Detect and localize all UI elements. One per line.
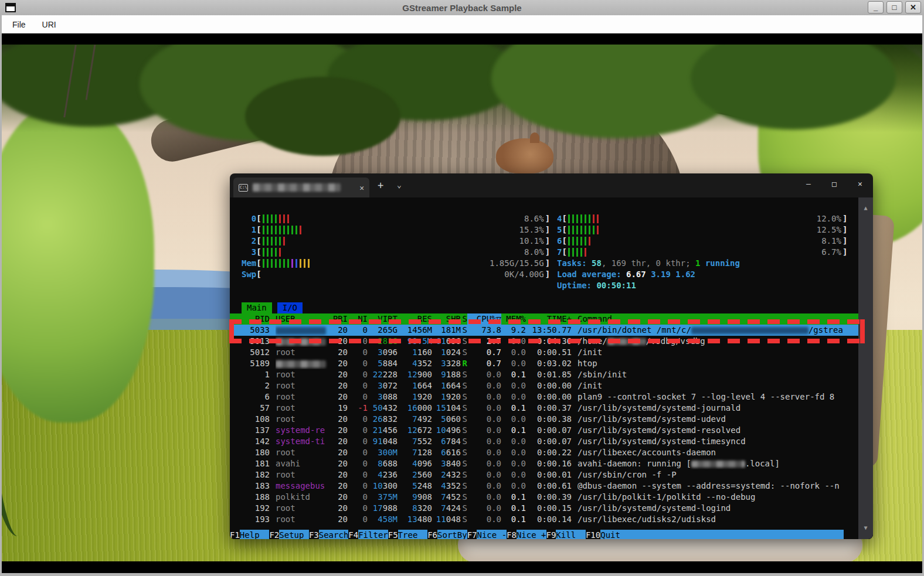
menu-file[interactable]: File xyxy=(12,20,26,29)
meter-value: 12.0% xyxy=(817,213,841,224)
scrollbar-up-icon[interactable]: ▲ xyxy=(858,202,873,213)
text-segment: 20 xyxy=(338,459,348,468)
cell: root xyxy=(276,380,328,391)
process-row[interactable]: 6root200308819201920S0.00.00:00.00plan9 … xyxy=(230,391,858,403)
redacted-text xyxy=(691,461,745,468)
cell: 1024 xyxy=(432,347,461,358)
text-segment: 0.0 xyxy=(487,381,501,390)
process-row[interactable]: 181avahi200868840963840S0.00.00:00.16ava… xyxy=(230,458,858,469)
text-segment: 0:01.85 xyxy=(537,370,572,379)
cell: 0 xyxy=(348,347,368,358)
text-segment: 328 xyxy=(446,359,461,368)
fkey-label-search[interactable]: Search xyxy=(319,530,349,539)
cpu-meter: 5[12.5%] xyxy=(557,224,847,236)
fkey-f1[interactable]: F1 xyxy=(230,530,240,539)
htop-tab-main[interactable]: Main xyxy=(242,302,272,313)
fkey-f9[interactable]: F9 xyxy=(546,530,556,539)
cell: 8320 xyxy=(398,503,432,514)
text-segment: root xyxy=(276,392,295,401)
terminal-minimize-button[interactable]: — xyxy=(796,173,821,193)
process-row[interactable]: 137systemd-re200214561267210496S0.00.10:… xyxy=(230,425,858,436)
text-segment: 0 xyxy=(363,503,368,513)
fkey-label-filter[interactable]: Filter xyxy=(358,530,388,539)
cell: 0.0 xyxy=(467,458,501,469)
fkey-label-setup[interactable]: Setup xyxy=(279,530,309,539)
menu-uri[interactable]: URI xyxy=(42,20,56,29)
meter-tick xyxy=(568,237,570,246)
process-row[interactable]: 188polkitd200375M99087452S0.00.10:00.39/… xyxy=(230,492,858,503)
fkey-label-kill[interactable]: Kill xyxy=(556,530,586,539)
fkey-label-help[interactable]: Help xyxy=(240,530,270,539)
text-segment: 4 xyxy=(412,459,417,468)
fkey-label-tree[interactable]: Tree xyxy=(398,530,428,539)
redacted-user xyxy=(276,360,326,368)
terminal-tab[interactable]: C:\ ✕ xyxy=(233,178,369,197)
cell: 0 xyxy=(348,480,368,492)
cell: 20 xyxy=(328,503,348,514)
maximize-button[interactable]: □ xyxy=(886,1,902,13)
process-row[interactable]: 1root20022228129009188S0.00.10:01.85/sbi… xyxy=(230,369,858,380)
cell: 20 xyxy=(328,369,348,380)
text-segment: 248 xyxy=(417,481,432,490)
fkey-label-nice[interactable]: Nice + xyxy=(517,530,546,539)
fkey-f6[interactable]: F6 xyxy=(427,530,437,539)
text-segment: /usr/lib/systemd/systemd-journald xyxy=(578,403,740,413)
process-row[interactable]: 193root200458M1348011048S0.00.10:00.14/u… xyxy=(230,514,858,525)
meter-tick xyxy=(275,226,277,234)
process-row[interactable]: 192root2001798883207424S0.00.10:00.15/us… xyxy=(230,503,858,514)
process-row[interactable]: 183messagebus2001030052484352S0.00.00:00… xyxy=(230,480,858,492)
tab-close-icon[interactable]: ✕ xyxy=(359,183,364,192)
cell: 22228 xyxy=(368,369,398,380)
cell: 0 xyxy=(348,458,368,469)
process-row[interactable]: 142systemd-ti2009104875526784S0.00.00:00… xyxy=(230,436,858,447)
cell: 0:00.00 xyxy=(526,391,572,403)
text-segment: 0:00.01 xyxy=(537,470,572,479)
terminal-maximize-button[interactable]: □ xyxy=(821,173,847,193)
fkey-f8[interactable]: F8 xyxy=(507,530,517,539)
squirrel-character xyxy=(496,138,553,173)
cell: 15104 xyxy=(432,403,461,414)
terminal-close-button[interactable]: ✕ xyxy=(847,173,873,193)
tab-dropdown-icon[interactable]: ⌄ xyxy=(397,180,402,189)
text-segment: /usr/lib/polkit-1/polkitd --no-debug xyxy=(578,492,755,502)
cell: 0.0 xyxy=(467,403,501,414)
fkey-f7[interactable]: F7 xyxy=(467,530,477,539)
process-row[interactable]: 57root19-1504321600015104S0.00.10:00.37/… xyxy=(230,403,858,414)
cell: 1160 xyxy=(398,347,432,358)
fkey-f3[interactable]: F3 xyxy=(309,530,319,539)
process-row[interactable]: 182root200423625602432S0.00.00:00.01/usr… xyxy=(230,469,858,480)
meter-tick xyxy=(585,214,586,223)
meter-bar: 0K/4.00G xyxy=(261,269,545,280)
htop-tab-io[interactable]: I/O xyxy=(277,302,303,313)
minimize-button[interactable]: _ xyxy=(868,1,884,13)
process-row[interactable]: 5012root200309611601024S0.70.00:00.51/in… xyxy=(230,347,858,358)
text-segment: 048 xyxy=(446,514,461,524)
fkey-f4[interactable]: F4 xyxy=(348,530,358,539)
cell: 0.0 xyxy=(501,380,526,391)
fkey-label-nice[interactable]: Nice - xyxy=(477,530,507,539)
hanging-leaves xyxy=(245,77,400,156)
fkey-label-sortby[interactable]: SortBy xyxy=(437,530,467,539)
scrollbar-down-icon[interactable]: ▼ xyxy=(858,522,873,533)
fkey-f5[interactable]: F5 xyxy=(388,530,398,539)
new-tab-button[interactable]: + xyxy=(378,179,383,191)
text-segment: 0 xyxy=(363,481,368,490)
cell: /usr/libexec/udisks2/udisksd xyxy=(578,514,858,525)
text-segment: 1 xyxy=(412,347,417,357)
scrollbar[interactable]: ▲ ▼ xyxy=(858,197,873,539)
fkey-f2[interactable]: F2 xyxy=(269,530,279,539)
text-segment: 20 xyxy=(338,359,348,368)
text-segment: 182 xyxy=(255,470,270,479)
process-row[interactable]: 108root2002683274925060S0.00.00:00.38/us… xyxy=(230,414,858,425)
process-row[interactable]: 5189200588443523328R0.70.00:03.02htop xyxy=(230,358,858,369)
process-row[interactable]: 2root200307216641664S0.00.00:00.00/init xyxy=(230,380,858,391)
text-segment: 16 xyxy=(407,403,417,413)
process-row[interactable]: 180root200300M71286616S0.00.00:00.22/usr… xyxy=(230,447,858,458)
meter-bracket: ] xyxy=(843,214,847,223)
text-segment: 458M xyxy=(378,514,398,524)
cell: 13480 xyxy=(398,514,432,525)
text-segment: 5012 xyxy=(250,347,270,357)
fkey-label-quit[interactable]: Quit xyxy=(600,530,844,539)
close-button[interactable]: ✕ xyxy=(905,1,921,13)
fkey-f10[interactable]: F10 xyxy=(586,530,600,539)
